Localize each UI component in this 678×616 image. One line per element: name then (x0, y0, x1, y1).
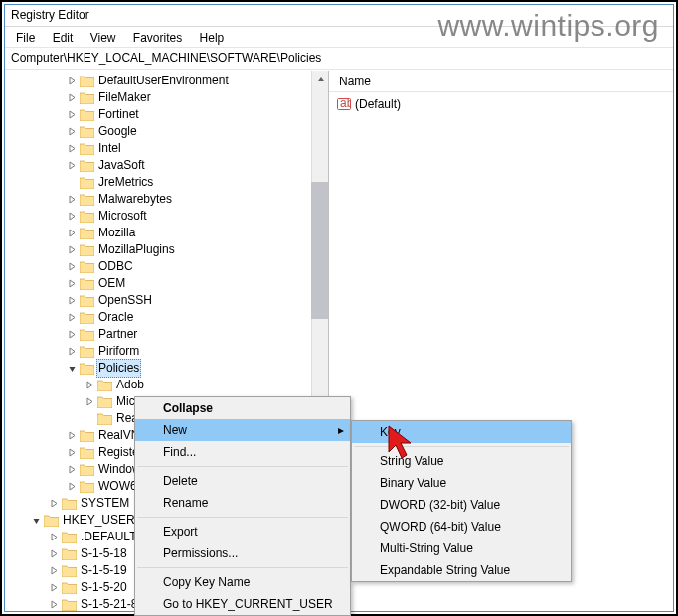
tree-item[interactable]: Adob (7, 377, 328, 393)
menu-favorites[interactable]: Favorites (126, 29, 189, 47)
address-bar[interactable]: Computer\HKEY_LOCAL_MACHINE\SOFTWARE\Pol… (5, 48, 673, 70)
chevron-right-icon[interactable] (47, 531, 61, 544)
folder-icon (61, 497, 77, 511)
tree-item[interactable]: Partner (7, 326, 328, 343)
chevron-right-icon[interactable] (65, 311, 79, 325)
folder-icon (61, 581, 77, 595)
tree-item[interactable]: Oracle (7, 309, 328, 326)
chevron-right-icon[interactable] (65, 193, 79, 207)
tree-item[interactable]: FileMaker (7, 89, 328, 106)
chevron-right-icon[interactable] (65, 277, 79, 291)
tree-item[interactable]: MozillaPlugins (7, 241, 328, 258)
tree-item[interactable]: Policies (7, 360, 328, 377)
ctx-new-string[interactable]: String Value (352, 450, 571, 472)
ctx-new-dword[interactable]: DWORD (32-bit) Value (352, 494, 571, 516)
chevron-right-icon[interactable] (47, 598, 61, 612)
ctx-new-multistring[interactable]: Multi-String Value (352, 538, 571, 559)
chevron-right-icon[interactable] (65, 429, 79, 443)
tree-item[interactable]: Piriform (7, 343, 328, 360)
tree-item-label: JavaSoft (96, 157, 147, 174)
chevron-right-icon[interactable] (65, 210, 79, 224)
window-title: Registry Editor (11, 8, 89, 22)
folder-icon (79, 142, 94, 156)
folder-icon (61, 531, 77, 544)
ctx-separator (354, 446, 569, 447)
folder-icon (79, 328, 94, 342)
ctx-delete[interactable]: Delete (135, 470, 350, 492)
folder-icon (79, 362, 94, 376)
svg-text:ab: ab (340, 97, 351, 110)
chevron-right-icon[interactable] (83, 379, 96, 392)
tree-item[interactable]: Mozilla (7, 225, 328, 241)
chevron-right-icon[interactable] (83, 395, 96, 409)
chevron-right-icon[interactable] (65, 108, 79, 122)
tree-item-label: Oracle (96, 309, 135, 326)
chevron-right-icon[interactable] (47, 547, 61, 561)
ctx-find[interactable]: Find... (135, 441, 350, 463)
scroll-up-button[interactable] (312, 71, 329, 87)
menubar: File Edit View Favorites Help (5, 27, 673, 48)
folder-icon (79, 294, 94, 308)
tree-item[interactable]: JavaSoft (7, 157, 328, 174)
tree-item-label: FileMaker (96, 89, 153, 106)
menu-view[interactable]: View (84, 29, 123, 47)
ctx-goto-hkcu[interactable]: Go to HKEY_CURRENT_USER (135, 593, 350, 615)
ctx-new[interactable]: New ▸ (135, 419, 350, 441)
folder-icon (96, 412, 112, 426)
folder-icon (79, 480, 94, 494)
chevron-right-icon[interactable] (65, 243, 79, 257)
tree-item-label: .DEFAULT (79, 529, 138, 545)
context-menu: Collapse New ▸ Find... Delete Rename Exp… (134, 396, 351, 616)
menu-file[interactable]: File (9, 29, 42, 47)
string-value-icon: ab (337, 97, 351, 111)
chevron-down-icon[interactable] (29, 514, 43, 528)
ctx-new-key[interactable]: Key (352, 421, 571, 443)
tree-item[interactable]: OpenSSH (7, 292, 328, 309)
tree-item[interactable]: Malwarebytes (7, 191, 328, 208)
chevron-right-icon[interactable] (65, 142, 79, 156)
ctx-export[interactable]: Export (135, 521, 350, 542)
chevron-right-icon[interactable] (65, 125, 79, 139)
ctx-permissions[interactable]: Permissions... (135, 542, 350, 564)
tree-item[interactable]: JreMetrics (7, 174, 328, 191)
chevron-right-icon[interactable] (65, 480, 79, 494)
tree-item-label: HKEY_USERS (61, 512, 145, 529)
chevron-right-icon[interactable] (47, 564, 61, 578)
ctx-new-binary[interactable]: Binary Value (352, 472, 571, 494)
ctx-separator (137, 567, 348, 568)
chevron-right-icon[interactable] (65, 345, 79, 359)
menu-edit[interactable]: Edit (46, 29, 81, 47)
chevron-right-icon[interactable] (65, 294, 79, 308)
tree-item[interactable]: Microsoft (7, 208, 328, 225)
chevron-right-icon[interactable] (65, 463, 79, 477)
folder-icon (61, 598, 77, 612)
value-row-default[interactable]: ab (Default) (337, 96, 665, 112)
folder-icon (79, 243, 94, 257)
tree-item[interactable]: Fortinet (7, 106, 328, 123)
ctx-copy-key-name[interactable]: Copy Key Name (135, 571, 350, 593)
ctx-new-expstring[interactable]: Expandable String Value (352, 559, 571, 581)
folder-icon (79, 345, 94, 359)
chevron-right-icon[interactable] (65, 227, 79, 240)
tree-item-label: Mozilla (96, 225, 137, 241)
chevron-right-icon[interactable] (65, 75, 79, 88)
menu-help[interactable]: Help (193, 29, 232, 47)
chevron-down-icon[interactable] (65, 362, 79, 376)
chevron-right-icon[interactable] (65, 328, 79, 342)
tree-item[interactable]: ODBC (7, 258, 328, 275)
tree-item[interactable]: OEM (7, 275, 328, 292)
tree-item[interactable]: DefaultUserEnvironment (7, 73, 328, 89)
chevron-right-icon[interactable] (65, 159, 79, 173)
chevron-right-icon[interactable] (47, 497, 61, 511)
column-header-name[interactable]: Name (329, 71, 673, 92)
chevron-right-icon[interactable] (47, 581, 61, 595)
ctx-new-qword[interactable]: QWORD (64-bit) Value (352, 516, 571, 538)
tree-item[interactable]: Intel (7, 140, 328, 157)
chevron-right-icon[interactable] (65, 446, 79, 460)
ctx-collapse[interactable]: Collapse (135, 397, 350, 419)
ctx-rename[interactable]: Rename (135, 492, 350, 514)
scrollbar-thumb[interactable] (311, 182, 328, 319)
chevron-right-icon[interactable] (65, 260, 79, 274)
tree-item[interactable]: Google (7, 123, 328, 140)
chevron-right-icon[interactable] (65, 91, 79, 105)
